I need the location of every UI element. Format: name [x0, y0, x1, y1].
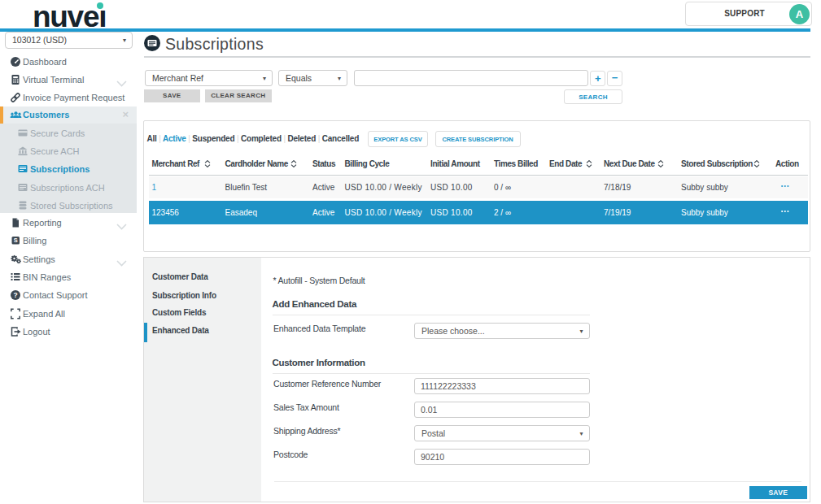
svg-text:S: S	[14, 237, 18, 245]
svg-text:?: ?	[13, 291, 17, 299]
